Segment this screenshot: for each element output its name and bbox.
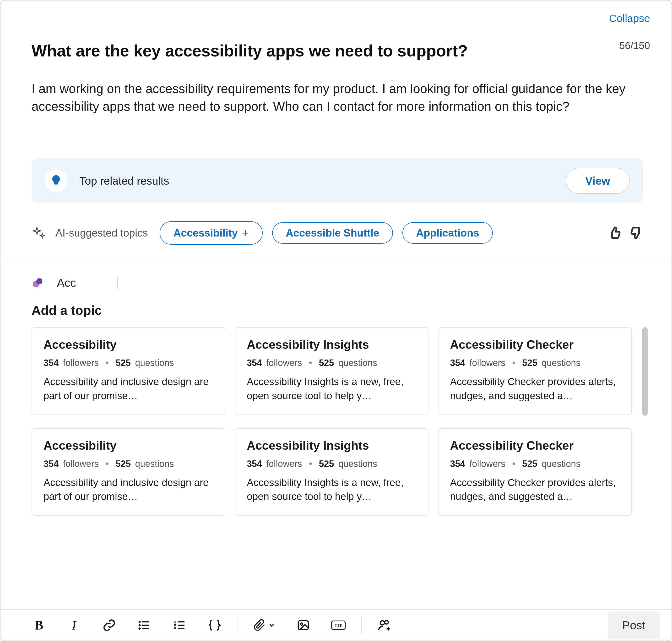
topic-chip-label: Accessible Shuttle	[286, 227, 379, 239]
link-button[interactable]	[102, 618, 117, 632]
thumbs-up-icon[interactable]	[608, 226, 621, 240]
question-body[interactable]: I am working on the accessibility requir…	[31, 80, 639, 115]
topic-card-title: Accessibility Insights	[247, 439, 417, 452]
topic-card-description: Accessibility and inclusive design are p…	[43, 476, 213, 504]
cards-scrollbar[interactable]	[641, 327, 648, 516]
topic-card-description: Accessibility Insights is a new, free, o…	[247, 375, 417, 403]
topic-card-description: Accessibility Insights is a new, free, o…	[247, 476, 417, 504]
question-title[interactable]: What are the key accessibility apps we n…	[31, 41, 643, 61]
topic-card[interactable]: Accessibility Insights354 followers • 52…	[235, 428, 429, 516]
topic-card-description: Accessibility Checker provides alerts, n…	[450, 375, 620, 403]
plus-icon: +	[242, 226, 249, 240]
topic-chip-accessibility[interactable]: Accessibility +	[160, 221, 262, 245]
topic-cards-grid: Accessibility354 followers • 525 questio…	[31, 327, 632, 516]
svg-point-7	[139, 628, 140, 629]
related-results-banner: Top related results View	[31, 158, 643, 203]
thumbs-down-icon[interactable]	[630, 226, 643, 240]
topic-card-title: Accessibility Checker	[450, 338, 620, 352]
svg-point-15	[380, 620, 384, 625]
topic-chip-accessible-shuttle[interactable]: Accessible Shuttle	[272, 222, 393, 244]
numbered-list-button[interactable]	[172, 618, 187, 632]
view-button[interactable]: View	[566, 168, 630, 194]
toolbar-separator	[361, 617, 362, 633]
bold-button[interactable]: B	[31, 618, 46, 632]
add-topic-heading: Add a topic	[0, 303, 672, 327]
topic-card-title: Accessibility Checker	[450, 439, 620, 452]
topic-card[interactable]: Accessibility Insights354 followers • 52…	[235, 327, 429, 415]
main-content: What are the key accessibility apps we n…	[0, 24, 672, 263]
image-button[interactable]	[296, 618, 311, 632]
collapse-link[interactable]: Collapse	[609, 12, 650, 24]
topic-card[interactable]: Accessibility354 followers • 525 questio…	[31, 428, 225, 516]
topic-input-row	[0, 263, 672, 303]
italic-button[interactable]: I	[67, 618, 82, 632]
bulleted-list-button[interactable]	[137, 618, 152, 632]
topic-cards-area: Accessibility354 followers • 525 questio…	[0, 327, 672, 516]
sparkle-icon	[31, 226, 46, 240]
topic-icon	[31, 276, 45, 290]
topic-card-meta: 354 followers • 525 questions	[247, 459, 417, 469]
post-button[interactable]: Post	[608, 612, 660, 639]
topic-chip-label: Accessibility	[173, 227, 238, 239]
topic-card-meta: 354 followers • 525 questions	[450, 459, 620, 469]
topic-card[interactable]: Accessibility Checker354 followers • 525…	[438, 428, 632, 516]
svg-text:GIF: GIF	[334, 623, 342, 628]
topic-card-title: Accessibility Insights	[247, 338, 417, 352]
attach-button[interactable]	[254, 619, 276, 631]
gif-button[interactable]: GIF	[331, 618, 346, 632]
topic-card-description: Accessibility Checker provides alerts, n…	[450, 476, 620, 504]
topic-card-meta: 354 followers • 525 questions	[247, 358, 417, 368]
svg-point-12	[300, 623, 303, 625]
svg-rect-11	[298, 620, 308, 629]
text-cursor	[117, 277, 118, 289]
topic-card-meta: 354 followers • 525 questions	[43, 358, 213, 368]
topic-card[interactable]: Accessibility Checker354 followers • 525…	[438, 327, 632, 415]
feedback-buttons	[608, 226, 643, 240]
char-counter: 56/150	[619, 40, 650, 51]
svg-point-5	[139, 622, 140, 623]
topic-card-meta: 354 followers • 525 questions	[43, 459, 213, 469]
ai-topics-label: AI-suggested topics	[55, 227, 148, 239]
topic-card-meta: 354 followers • 525 questions	[450, 358, 620, 368]
editor-toolbar: B I	[0, 610, 672, 641]
add-people-button[interactable]	[377, 618, 392, 632]
topic-chip-label: Applications	[416, 227, 479, 239]
header-row: Collapse	[0, 0, 672, 24]
related-results-label: Top related results	[79, 174, 566, 187]
chevron-down-icon	[268, 622, 276, 629]
topic-card-title: Accessibility	[43, 338, 213, 352]
topic-card[interactable]: Accessibility354 followers • 525 questio…	[31, 327, 225, 415]
svg-point-1	[36, 278, 43, 284]
topic-card-description: Accessibility and inclusive design are p…	[43, 375, 213, 403]
svg-point-6	[139, 625, 140, 626]
lightbulb-icon	[45, 169, 67, 192]
compose-dialog: Collapse 56/150 What are the key accessi…	[0, 0, 672, 641]
toolbar-separator	[238, 617, 238, 633]
ai-suggested-topics-row: AI-suggested topics Accessibility + Acce…	[31, 221, 643, 245]
topic-card-title: Accessibility	[43, 439, 213, 452]
topic-chip-applications[interactable]: Applications	[403, 222, 493, 244]
code-block-button[interactable]	[207, 618, 222, 632]
svg-point-16	[385, 620, 388, 624]
